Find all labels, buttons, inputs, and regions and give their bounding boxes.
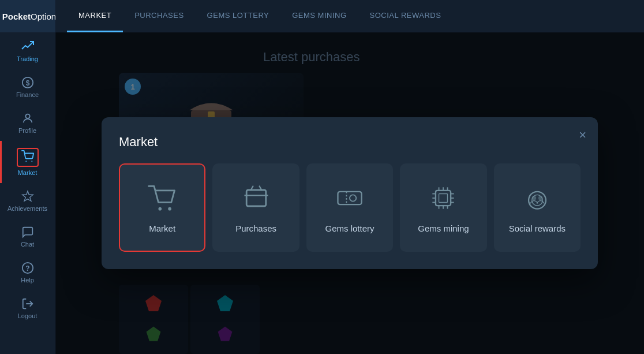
svg-point-18 bbox=[168, 207, 171, 211]
achievements-icon bbox=[21, 190, 34, 203]
tab-gems-lottery[interactable]: GEMS LOTTERY bbox=[196, 0, 281, 32]
sidebar-item-profile[interactable]: Profile bbox=[0, 105, 55, 141]
modal-social-rewards-icon bbox=[521, 182, 553, 214]
modal-gems-lottery-icon bbox=[334, 182, 366, 214]
modal-item-gems-lottery[interactable]: Gems lottery bbox=[306, 163, 393, 252]
modal-item-label-social-rewards: Social rewards bbox=[509, 223, 566, 233]
svg-point-37 bbox=[529, 192, 546, 209]
main-area: MARKET PURCHASES GEMS LOTTERY GEMS MININ… bbox=[55, 0, 644, 354]
modal-close-button[interactable]: × bbox=[579, 129, 586, 141]
modal-purchases-icon bbox=[240, 182, 272, 214]
trading-icon bbox=[21, 39, 35, 53]
svg-point-22 bbox=[350, 195, 356, 201]
tab-market[interactable]: MARKET bbox=[67, 0, 123, 32]
sidebar-item-logout[interactable]: Logout bbox=[0, 290, 55, 326]
svg-marker-6 bbox=[22, 191, 32, 201]
svg-point-3 bbox=[25, 114, 29, 118]
modal-item-market[interactable]: Market bbox=[119, 163, 205, 252]
svg-text:$: $ bbox=[25, 79, 29, 87]
modal-item-gems-mining[interactable]: Gems mining bbox=[400, 163, 486, 252]
svg-point-5 bbox=[31, 161, 32, 162]
logo-text: PocketOption bbox=[2, 12, 56, 21]
sidebar-item-achievements[interactable]: Achievements bbox=[0, 183, 55, 219]
svg-point-39 bbox=[531, 196, 536, 200]
sidebar-label-market: Market bbox=[18, 169, 38, 176]
modal-item-label-purchases: Purchases bbox=[235, 223, 276, 233]
sidebar: PocketOption Trading $ Finance Profile bbox=[0, 0, 55, 354]
svg-point-4 bbox=[25, 161, 27, 162]
sidebar-item-chat[interactable]: Chat bbox=[0, 219, 55, 255]
logout-icon bbox=[21, 297, 34, 310]
modal-item-label-market: Market bbox=[149, 223, 175, 233]
sidebar-label-chat: Chat bbox=[21, 241, 34, 248]
sidebar-label-logout: Logout bbox=[18, 312, 38, 319]
sidebar-label-trading: Trading bbox=[17, 55, 38, 62]
sidebar-item-market[interactable]: Market bbox=[0, 141, 55, 183]
svg-rect-24 bbox=[439, 194, 448, 203]
tab-social-rewards[interactable]: SOCIAL REWARDS bbox=[358, 0, 453, 32]
help-icon: ? bbox=[21, 262, 34, 274]
sidebar-item-finance[interactable]: $ Finance bbox=[0, 69, 55, 105]
sidebar-item-help[interactable]: ? Help bbox=[0, 255, 55, 290]
svg-text:?: ? bbox=[25, 264, 29, 273]
svg-rect-23 bbox=[436, 191, 451, 206]
modal-item-label-gems-lottery: Gems lottery bbox=[325, 223, 375, 233]
svg-point-40 bbox=[538, 196, 542, 200]
modal-items-container: Market Purchases bbox=[119, 163, 581, 252]
modal-item-purchases[interactable]: Purchases bbox=[212, 163, 299, 252]
modal-gems-mining-icon bbox=[427, 182, 459, 214]
svg-point-17 bbox=[159, 207, 162, 211]
content-area: Latest purchases 1 bbox=[55, 32, 644, 354]
finance-icon: $ bbox=[21, 76, 34, 89]
sidebar-item-trading[interactable]: Trading bbox=[0, 32, 55, 69]
chat-icon bbox=[21, 226, 34, 239]
svg-rect-19 bbox=[246, 190, 266, 206]
profile-icon bbox=[21, 112, 34, 125]
sidebar-label-profile: Profile bbox=[18, 127, 36, 134]
market-box bbox=[17, 148, 39, 167]
tab-gems-mining[interactable]: GEMS MINING bbox=[280, 0, 358, 32]
sidebar-label-achievements: Achievements bbox=[8, 205, 47, 212]
modal-overlay: Market × Market bbox=[55, 32, 644, 354]
modal-title: Market bbox=[119, 135, 581, 150]
market-modal: Market × Market bbox=[102, 117, 598, 269]
tab-purchases[interactable]: PURCHASES bbox=[123, 0, 195, 32]
modal-item-label-gems-mining: Gems mining bbox=[418, 223, 469, 233]
sidebar-label-help: Help bbox=[21, 277, 34, 284]
modal-item-social-rewards[interactable]: Social rewards bbox=[494, 163, 581, 252]
sidebar-label-finance: Finance bbox=[16, 91, 39, 98]
modal-market-icon bbox=[146, 182, 178, 214]
top-nav: MARKET PURCHASES GEMS LOTTERY GEMS MININ… bbox=[55, 0, 644, 32]
market-cart-icon bbox=[21, 150, 34, 163]
logo[interactable]: PocketOption bbox=[0, 0, 55, 32]
